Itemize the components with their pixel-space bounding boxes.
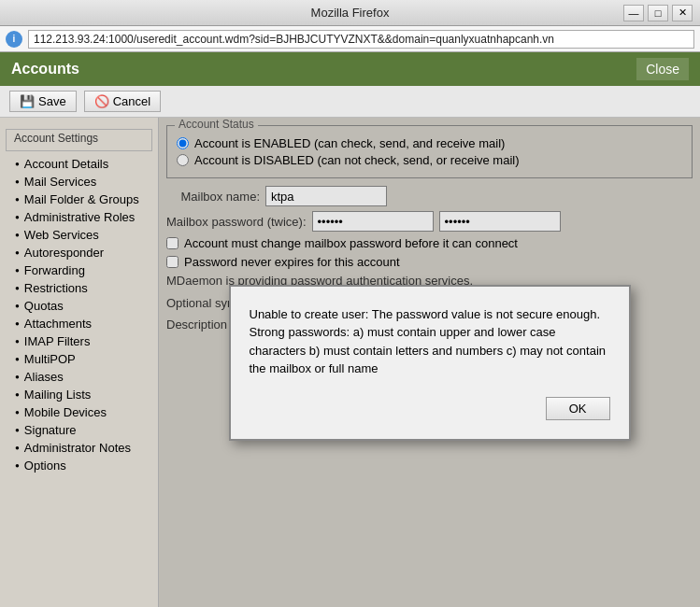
cancel-icon: 🚫 [94,94,109,108]
address-input[interactable] [28,30,694,49]
sidebar-item-mobile-devices[interactable]: ● Mobile Devices [0,403,158,421]
bullet-icon: ● [15,337,20,346]
sidebar-item-autoresponder[interactable]: ● Autoresponder [0,244,158,261]
sidebar-label-imap-filters: IMAP Filters [24,334,91,348]
window-titlebar: Mozilla Firefox — □ ✕ [0,0,700,26]
sidebar-label-forwarding: Forwarding [24,263,85,277]
bullet-icon: ● [15,284,20,292]
modal-footer: OK [250,397,610,420]
modal-dialog: Unable to create user: The password valu… [229,285,631,441]
address-bar: i [0,26,700,52]
bullet-icon: ● [15,160,20,168]
sidebar-label-mail-folder: Mail Folder & Groups [24,192,139,206]
bullet-icon: ● [15,355,20,363]
sidebar-item-forwarding[interactable]: ● Forwarding [0,261,158,279]
toolbar: 💾 Save 🚫 Cancel [0,86,700,118]
bullet-icon: ● [15,390,20,399]
window-title: Mozilla Firefox [311,6,390,20]
app-title: Accounts [11,61,79,78]
sidebar-item-web-services[interactable]: ● Web Services [0,226,158,244]
bullet-icon: ● [15,213,20,221]
sidebar-label-admin-notes: Administrator Notes [24,441,131,455]
bullet-icon: ● [15,231,20,239]
sidebar-label-signature: Signature [24,423,77,437]
app-close-button[interactable]: Close [636,58,689,80]
save-label: Save [38,94,66,108]
sidebar-label-options: Options [24,459,66,473]
bullet-icon: ● [15,266,20,275]
maximize-button[interactable]: □ [648,5,668,21]
bullet-icon: ● [15,373,20,381]
sidebar-item-mailing-lists[interactable]: ● Mailing Lists [0,386,158,403]
bullet-icon: ● [15,426,20,434]
bullet-icon: ● [15,177,20,186]
sidebar-label-mail-services: Mail Services [24,175,96,189]
sidebar-item-mail-folder[interactable]: ● Mail Folder & Groups [0,191,158,208]
bullet-icon: ● [15,195,20,204]
bullet-icon: ● [15,302,20,310]
main-layout: Account Settings ● Account Details ● Mai… [0,118,700,607]
bullet-icon: ● [15,319,20,328]
modal-message: Unable to create user: The password valu… [250,305,610,378]
bullet-icon: ● [15,444,20,452]
sidebar-label-mobile-devices: Mobile Devices [24,405,107,419]
modal-ok-button[interactable]: OK [546,397,610,420]
save-icon: 💾 [20,94,35,108]
sidebar-item-admin-roles[interactable]: ● Administrative Roles [0,208,158,226]
sidebar-item-mail-services[interactable]: ● Mail Services [0,173,158,191]
sidebar-item-admin-notes[interactable]: ● Administrator Notes [0,439,158,457]
sidebar-label-restrictions: Restrictions [24,281,88,295]
minimize-button[interactable]: — [623,5,644,21]
sidebar-label-quotas: Quotas [24,299,64,313]
cancel-button[interactable]: 🚫 Cancel [84,91,161,112]
sidebar-label-aliases: Aliases [24,370,64,384]
sidebar-item-options[interactable]: ● Options [0,457,158,474]
sidebar: Account Settings ● Account Details ● Mai… [0,118,159,607]
content-area: Account Status Account is ENABLED (can c… [159,118,700,607]
window-controls: — □ ✕ [623,5,693,21]
bullet-icon: ● [15,461,20,470]
modal-overlay: Unable to create user: The password valu… [159,118,700,607]
sidebar-item-restrictions[interactable]: ● Restrictions [0,279,158,297]
sidebar-label-multipop: MultiPOP [24,352,76,366]
cancel-label: Cancel [113,94,150,108]
sidebar-item-imap-filters[interactable]: ● IMAP Filters [0,332,158,350]
window-close-button[interactable]: ✕ [672,5,693,21]
sidebar-label-admin-roles: Administrative Roles [24,210,136,224]
sidebar-section-title: Account Settings [6,129,152,151]
sidebar-item-aliases[interactable]: ● Aliases [0,368,158,386]
sidebar-item-attachments[interactable]: ● Attachments [0,315,158,332]
address-icon: i [6,31,22,48]
sidebar-label-mailing-lists: Mailing Lists [24,388,92,402]
sidebar-label-account-details: Account Details [24,157,108,171]
sidebar-item-signature[interactable]: ● Signature [0,421,158,439]
bullet-icon: ● [15,408,20,416]
bullet-icon: ● [15,248,20,257]
sidebar-item-account-details[interactable]: ● Account Details [0,155,158,173]
sidebar-label-web-services: Web Services [24,228,99,242]
sidebar-label-autoresponder: Autoresponder [24,246,104,260]
sidebar-label-attachments: Attachments [24,317,92,331]
sidebar-item-quotas[interactable]: ● Quotas [0,297,158,315]
save-button[interactable]: 💾 Save [9,91,77,112]
sidebar-item-multipop[interactable]: ● MultiPOP [0,350,158,368]
app-header: Accounts Close [0,52,700,86]
